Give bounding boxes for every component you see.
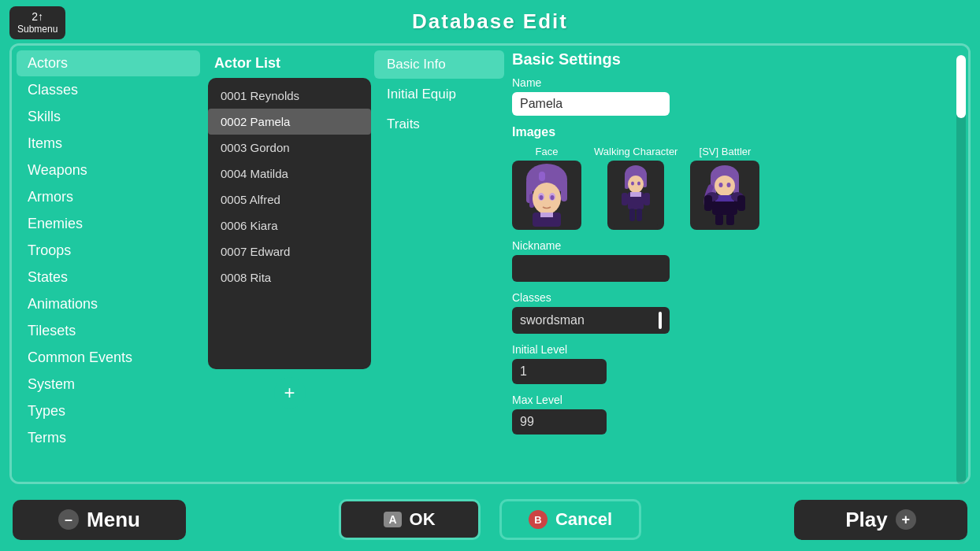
cancel-label: Cancel — [555, 509, 612, 530]
svg-point-31 — [719, 183, 723, 187]
svg-rect-21 — [630, 192, 641, 197]
sidebar-item-classes[interactable]: Classes — [17, 77, 200, 103]
actor-item-0007[interactable]: 0007 Edward — [208, 239, 371, 264]
classes-indicator — [659, 312, 662, 329]
scrollbar-thumb[interactable] — [956, 55, 966, 118]
submenu-icon: 2↑ — [17, 9, 58, 24]
svg-rect-25 — [637, 209, 642, 221]
svg-point-10 — [551, 195, 555, 200]
sidebar-item-animations[interactable]: Animations — [17, 291, 200, 317]
svg-point-9 — [540, 195, 544, 200]
initial-level-label: Initial Level — [512, 343, 960, 356]
face-sprite — [515, 164, 578, 227]
menu-button[interactable]: – Menu — [13, 500, 186, 540]
tab-initial-equip[interactable]: Initial Equip — [374, 80, 504, 109]
svg-point-32 — [727, 183, 731, 187]
initial-level-field-group: Initial Level ▲ ▼ — [512, 343, 960, 384]
images-label: Images — [512, 125, 960, 139]
svg-rect-3 — [561, 179, 567, 202]
name-field-group: Name — [512, 76, 960, 116]
svg-point-18 — [631, 182, 634, 186]
nickname-label: Nickname — [512, 239, 960, 252]
sidebar-item-items[interactable]: Items — [17, 131, 200, 157]
main-container: Actors Classes Skills Items Weapons Armo… — [9, 43, 971, 484]
tab-traits[interactable]: Traits — [374, 110, 504, 139]
svg-rect-22 — [622, 193, 628, 205]
max-level-field-group: Max Level ▲ ▼ — [512, 394, 960, 435]
battler-image-frame[interactable] — [690, 161, 759, 230]
settings-panel: Basic Settings Name Images Face — [504, 46, 968, 482]
actor-list-title: Actor List — [208, 50, 371, 78]
a-badge: A — [384, 512, 401, 527]
images-row: Face — [512, 146, 960, 230]
name-input[interactable] — [512, 92, 670, 116]
max-level-label: Max Level — [512, 394, 960, 406]
tabs-panel: Basic Info Initial Equip Traits — [374, 46, 504, 482]
play-label: Play — [845, 508, 888, 532]
actor-item-0006[interactable]: 0006 Kiara — [208, 213, 371, 239]
actor-item-0005[interactable]: 0005 Alfred — [208, 187, 371, 213]
sidebar-item-system[interactable]: System — [17, 372, 200, 398]
actor-list-panel: Actor List 0001 Reynolds 0002 Pamela 000… — [205, 46, 374, 482]
center-buttons: A OK B Cancel — [199, 499, 781, 540]
submenu-label: Submenu — [17, 24, 58, 35]
face-image-box: Face — [512, 146, 581, 230]
sidebar-item-actors[interactable]: Actors — [17, 50, 200, 76]
sidebar-item-types[interactable]: Types — [17, 398, 200, 424]
svg-rect-23 — [644, 193, 650, 205]
menu-label: Menu — [87, 508, 140, 532]
sidebar-item-weapons[interactable]: Weapons — [17, 157, 200, 183]
sidebar-item-armors[interactable]: Armors — [17, 184, 200, 210]
submenu-button[interactable]: 2↑ Submenu — [9, 6, 65, 39]
bottom-bar: – Menu A OK B Cancel Play + — [0, 488, 980, 551]
sidebar-item-states[interactable]: States — [17, 264, 200, 290]
actor-item-0001[interactable]: 0001 Reynolds — [208, 83, 371, 109]
actor-item-0002[interactable]: 0002 Pamela — [208, 109, 371, 135]
play-plus-icon: + — [896, 509, 916, 530]
face-image-frame[interactable] — [512, 161, 581, 230]
sidebar-item-terms[interactable]: Terms — [17, 425, 200, 451]
svg-point-30 — [715, 176, 735, 196]
initial-level-input[interactable] — [512, 360, 607, 383]
svg-rect-38 — [737, 195, 745, 211]
sidebar-item-common-events[interactable]: Common Events — [17, 345, 200, 371]
scrollbar-track[interactable] — [956, 55, 966, 484]
tab-basic-info[interactable]: Basic Info — [374, 50, 504, 79]
svg-point-6 — [533, 183, 561, 214]
svg-rect-37 — [704, 195, 712, 211]
svg-point-19 — [637, 182, 640, 186]
max-level-input[interactable] — [512, 410, 607, 434]
page-title: Database Edit — [412, 9, 568, 34]
menu-minus-icon: – — [58, 509, 79, 530]
svg-rect-15 — [625, 175, 629, 189]
ok-label: OK — [410, 509, 436, 530]
actor-item-0003[interactable]: 0003 Gordon — [208, 135, 371, 161]
sidebar-item-enemies[interactable]: Enemies — [17, 211, 200, 237]
settings-title: Basic Settings — [512, 50, 960, 68]
add-actor-button-wrap: + — [208, 377, 371, 409]
actor-item-0004[interactable]: 0004 Matilda — [208, 161, 371, 187]
classes-input[interactable]: swordsman — [512, 307, 670, 334]
walking-image-box: Walking Character — [594, 146, 677, 230]
cancel-button[interactable]: B Cancel — [499, 499, 641, 540]
svg-rect-5 — [539, 172, 545, 181]
sidebar-item-troops[interactable]: Troops — [17, 238, 200, 264]
svg-point-17 — [628, 176, 644, 193]
svg-rect-40 — [726, 214, 734, 225]
sidebar: Actors Classes Skills Items Weapons Armo… — [12, 46, 205, 482]
sidebar-item-tilesets[interactable]: Tilesets — [17, 318, 200, 344]
classes-field-group: Classes swordsman — [512, 291, 960, 334]
ok-button[interactable]: A OK — [339, 499, 481, 540]
walking-image-frame[interactable] — [607, 161, 664, 230]
max-level-input-wrap: ▲ ▼ — [512, 409, 607, 435]
top-bar: 2↑ Submenu Database Edit — [0, 0, 980, 43]
walking-sprite — [614, 164, 658, 227]
sidebar-item-skills[interactable]: Skills — [17, 104, 200, 130]
nickname-field-group: Nickname — [512, 239, 960, 282]
name-label: Name — [512, 76, 960, 89]
nickname-input[interactable] — [512, 255, 670, 282]
classes-label: Classes — [512, 291, 960, 304]
play-button[interactable]: Play + — [794, 500, 967, 540]
add-actor-button[interactable]: + — [274, 377, 306, 409]
actor-item-0008[interactable]: 0008 Rita — [208, 264, 371, 290]
